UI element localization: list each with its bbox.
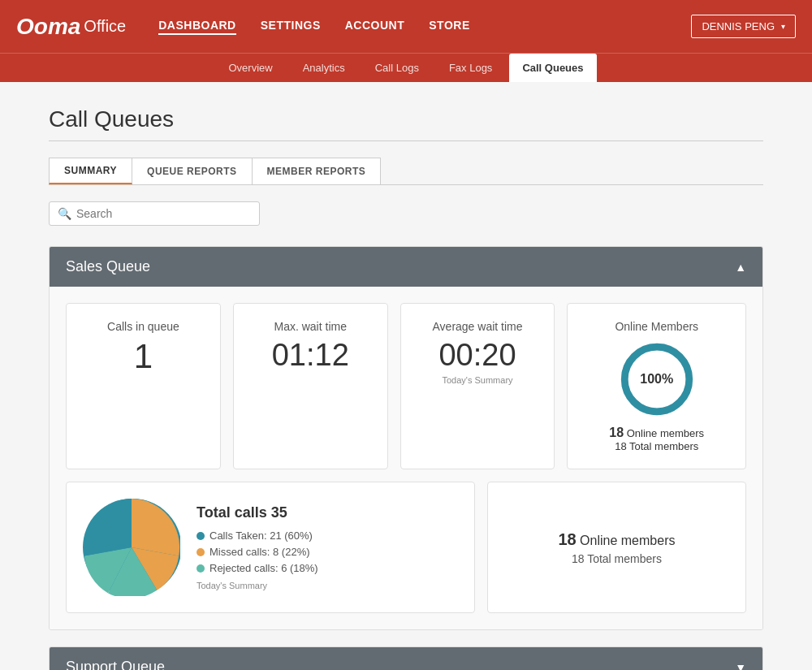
nav-settings[interactable]: SETTINGS (261, 19, 321, 35)
page-title: Call Queues (49, 106, 763, 132)
nav-dashboard[interactable]: DASHBOARD (158, 19, 236, 35)
logo-office-text: Office (84, 17, 126, 36)
online-members-bottom-card: 18 Online members 18 Total members (487, 482, 746, 613)
total-members-bottom-label: Total members (587, 552, 662, 565)
page-content: Call Queues SUMMARY QUEUE REPORTS MEMBER… (32, 82, 780, 670)
logo: Ooma Office (16, 14, 126, 40)
max-wait-value: 01:12 (250, 339, 371, 370)
subnav-call-logs[interactable]: Call Logs (362, 54, 432, 82)
search-input[interactable] (76, 207, 251, 220)
report-tabs: SUMMARY QUEUE REPORTS MEMBER REPORTS (49, 158, 763, 185)
online-members-card: Online Members 100% 18 (567, 303, 746, 469)
user-name-label: DENNIS PENG (702, 20, 775, 32)
nav-store[interactable]: STORE (429, 19, 469, 35)
avg-wait-label: Average wait time (417, 320, 538, 333)
pie-title: Total calls 35 (197, 504, 458, 521)
subnav-call-queues[interactable]: Call Queues (509, 54, 596, 82)
total-members-text: Total members (629, 440, 698, 452)
avg-wait-value: 00:20 (417, 339, 538, 370)
legend-rejected-label: Rejected calls: 6 (18%) (209, 562, 318, 574)
bottom-row: Total calls 35 Calls Taken: 21 (60%) Mis… (66, 482, 746, 613)
max-wait-card: Max. wait time 01:12 (233, 303, 388, 469)
pie-info: Total calls 35 Calls Taken: 21 (60%) Mis… (197, 504, 458, 590)
members-info: 18 Online members 18 Total members (584, 426, 729, 452)
donut-chart: 100% (620, 343, 693, 416)
subnav-analytics[interactable]: Analytics (290, 54, 358, 82)
legend-missed-calls: Missed calls: 8 (22%) (197, 546, 458, 558)
legend-dot-missed (197, 548, 205, 556)
sales-queue-header[interactable]: Sales Queue ▲ (50, 247, 762, 287)
calls-in-queue-label: Calls in queue (83, 320, 204, 333)
pie-chart (83, 499, 180, 596)
subnav-overview[interactable]: Overview (215, 54, 285, 82)
total-members-count: 18 Total members (584, 440, 729, 452)
pie-svg (83, 499, 180, 596)
legend-missed-label: Missed calls: 8 (22%) (209, 546, 310, 558)
legend-rejected-calls: Rejected calls: 6 (18%) (197, 562, 458, 574)
support-queue-chevron-icon: ▼ (735, 661, 746, 671)
online-members-text: Online members (627, 427, 704, 439)
legend-calls-taken: Calls Taken: 21 (60%) (197, 530, 458, 542)
sales-queue-title: Sales Queue (66, 258, 150, 275)
support-queue-section: Support Queue ▼ (49, 646, 763, 670)
search-box: 🔍 (49, 201, 260, 226)
tab-summary[interactable]: SUMMARY (49, 158, 132, 184)
total-members-row: 18 Total members (572, 552, 662, 565)
avg-wait-card: Average wait time 00:20 Today's Summary (400, 303, 555, 469)
subnav-fax-logs[interactable]: Fax Logs (436, 54, 505, 82)
legend-dot-rejected (197, 564, 205, 573)
legend-taken-label: Calls Taken: 21 (60%) (209, 530, 313, 542)
max-wait-label: Max. wait time (250, 320, 371, 333)
pie-subtitle: Today's Summary (197, 581, 458, 590)
calls-in-queue-card: Calls in queue 1 (66, 303, 221, 469)
user-menu-button[interactable]: DENNIS PENG ▾ (691, 15, 796, 38)
sales-queue-section: Sales Queue ▲ Calls in queue 1 Max. wait… (49, 246, 763, 630)
calls-in-queue-value: 1 (83, 339, 204, 374)
sales-queue-chevron-icon: ▲ (735, 261, 746, 274)
top-navigation: Ooma Office DASHBOARD SETTINGS ACCOUNT S… (0, 0, 812, 53)
total-members-number: 18 (572, 552, 585, 565)
online-count-row: 18 Online members (558, 530, 675, 549)
stats-row: Calls in queue 1 Max. wait time 01:12 Av… (66, 303, 746, 469)
online-members-count: 18 Online members (584, 426, 729, 440)
legend-dot-taken (197, 532, 205, 540)
logo-ooma-text: Ooma (16, 14, 80, 40)
donut-container: 100% (584, 343, 729, 416)
tab-member-reports[interactable]: MEMBER REPORTS (253, 158, 382, 184)
sales-queue-body: Calls in queue 1 Max. wait time 01:12 Av… (50, 287, 762, 629)
online-members-label: Online Members (584, 320, 729, 333)
sub-navigation: Overview Analytics Call Logs Fax Logs Ca… (0, 53, 812, 82)
pie-chart-card: Total calls 35 Calls Taken: 21 (60%) Mis… (66, 482, 475, 613)
search-icon: 🔍 (58, 207, 71, 220)
search-container: 🔍 (49, 201, 763, 226)
avg-wait-subtitle: Today's Summary (417, 375, 538, 385)
user-menu-chevron-icon: ▾ (781, 22, 785, 31)
title-divider (49, 140, 763, 141)
online-count-number: 18 (558, 530, 576, 548)
nav-account[interactable]: ACCOUNT (345, 19, 405, 35)
donut-percent-label: 100% (640, 372, 673, 387)
support-queue-header[interactable]: Support Queue ▼ (50, 647, 762, 670)
online-members-bottom-label: Online members (580, 534, 675, 547)
support-queue-title: Support Queue (66, 659, 165, 670)
main-nav: DASHBOARD SETTINGS ACCOUNT STORE (158, 19, 691, 35)
tab-queue-reports[interactable]: QUEUE REPORTS (132, 158, 253, 184)
